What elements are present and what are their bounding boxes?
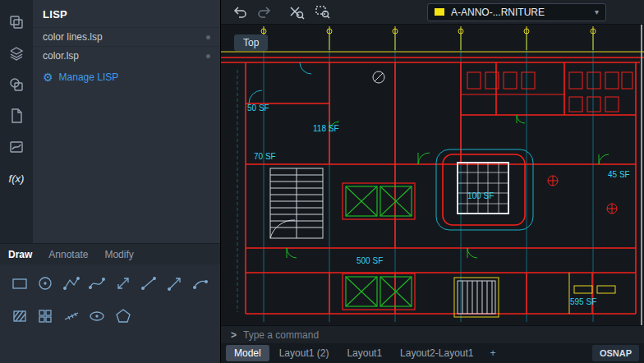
left-panel: f(x) LISP color lines.lsp color.lsp ⚙ Ma… — [0, 0, 220, 363]
tab-layout1[interactable]: Layout1 — [338, 345, 390, 361]
tab-layout1-2[interactable]: Layout1 (2) — [271, 345, 338, 361]
command-bar: > — [221, 325, 644, 343]
layer-dropdown-label: A-ANNO-...RNITURE — [451, 7, 588, 18]
blocks-icon[interactable] — [0, 69, 33, 100]
measure-icon[interactable] — [288, 4, 305, 21]
chevron-down-icon: ▾ — [595, 7, 599, 16]
command-input[interactable] — [243, 329, 634, 341]
view-orientation-button[interactable]: Top — [234, 34, 268, 51]
sheets-icon[interactable] — [0, 100, 33, 131]
area-label: 500 SF — [356, 256, 383, 265]
lisp-item-color[interactable]: color.lsp — [33, 46, 220, 65]
area-label: 595 SF — [570, 297, 596, 306]
area-label: 45 SF — [608, 170, 630, 179]
ellipse-tool-icon[interactable] — [85, 306, 111, 327]
tab-model[interactable]: Model — [226, 345, 269, 361]
area-label: 118 SF — [313, 124, 339, 133]
lisp-panel-title: LISP — [33, 0, 220, 27]
ray-tool-icon[interactable] — [162, 273, 188, 294]
canvas-toolbar: A-ANNO-...RNITURE ▾ — [221, 0, 644, 25]
divide-tool-icon[interactable] — [58, 306, 85, 327]
lisp-item-label: color.lsp — [43, 50, 79, 62]
area-label: 70 SF — [254, 152, 276, 161]
draw-tools-panel — [0, 264, 220, 363]
lisp-item-label: color lines.lsp — [43, 31, 103, 43]
undo-button[interactable] — [231, 5, 247, 20]
lisp-item-color-lines[interactable]: color lines.lsp — [33, 27, 220, 46]
line-tool-icon[interactable] — [136, 273, 163, 294]
manage-lisp-button[interactable]: ⚙ Manage LISP — [33, 65, 220, 90]
area-label: 100 SF — [467, 191, 494, 200]
item-dot — [206, 54, 210, 58]
dimension-tool-icon[interactable] — [110, 273, 136, 294]
array-tool-icon[interactable] — [33, 306, 59, 327]
ribbon-tab-bar: Draw Annotate Modify — [0, 243, 220, 264]
polyline-tool-icon[interactable] — [58, 273, 85, 294]
tab-draw[interactable]: Draw — [8, 249, 32, 260]
layer-color-swatch — [435, 8, 444, 16]
left-icon-rail: f(x) — [0, 0, 33, 243]
layout-tab-bar: Model Layout1 (2) Layout1 Layout2-Layout… — [221, 343, 644, 363]
item-dot — [206, 35, 210, 39]
tab-layout2-layout1[interactable]: Layout2-Layout1 — [392, 345, 481, 361]
gear-icon: ⚙ — [43, 71, 53, 84]
tab-annotate[interactable]: Annotate — [48, 249, 88, 260]
views-icon[interactable] — [0, 131, 33, 163]
rectangle-tool-icon[interactable] — [7, 273, 33, 294]
command-prompt-icon: > — [231, 329, 237, 341]
lisp-icon[interactable]: f(x) — [0, 163, 33, 194]
cad-app: f(x) LISP color lines.lsp color.lsp ⚙ Ma… — [0, 0, 644, 363]
drawing-canvas[interactable]: Top — [221, 25, 644, 325]
add-layout-button[interactable]: + — [484, 345, 503, 361]
tab-modify[interactable]: Modify — [104, 249, 133, 260]
lisp-panel: LISP color lines.lsp color.lsp ⚙ Manage … — [33, 0, 220, 243]
hatch-tool-icon[interactable] — [7, 306, 33, 327]
redo-button[interactable] — [257, 5, 274, 20]
osnap-toggle[interactable]: OSNAP — [592, 345, 639, 361]
layers-icon[interactable] — [0, 38, 33, 69]
zoom-window-icon[interactable] — [315, 4, 331, 21]
manage-lisp-label: Manage LISP — [59, 71, 119, 83]
circle-tool-icon[interactable] — [33, 273, 59, 294]
palettes-icon[interactable] — [0, 7, 33, 38]
drawing-workspace: A-ANNO-...RNITURE ▾ Top — [220, 0, 644, 363]
spline-tool-icon[interactable] — [85, 273, 111, 294]
arc-tool-icon[interactable] — [188, 273, 214, 294]
floorplan-drawing — [221, 25, 644, 325]
area-label: 50 SF — [247, 103, 269, 113]
polygon-tool-icon[interactable] — [110, 306, 136, 327]
layer-dropdown[interactable]: A-ANNO-...RNITURE ▾ — [427, 3, 606, 21]
